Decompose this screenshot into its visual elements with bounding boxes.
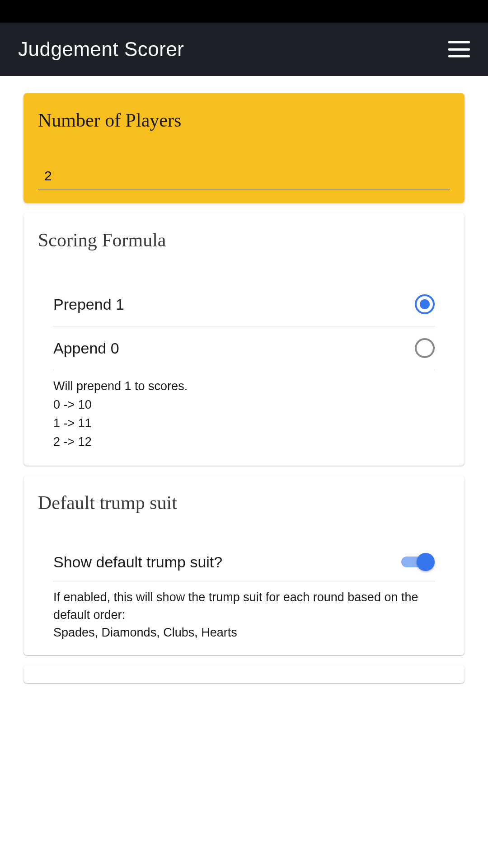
- radio-label: Append 0: [53, 340, 119, 357]
- scoring-card: Scoring Formula Prepend 1 Append 0 Will …: [23, 213, 465, 466]
- trump-toggle-section: Show default trump suit?: [38, 545, 450, 581]
- radio-label: Prepend 1: [53, 296, 124, 313]
- radio-item-prepend[interactable]: Prepend 1: [53, 283, 435, 326]
- desc-intro: Will prepend 1 to scores.: [53, 377, 435, 395]
- trump-desc-line1: If enabled, this will show the trump sui…: [53, 589, 435, 624]
- radio-item-append[interactable]: Append 0: [53, 326, 435, 370]
- radio-button-icon: [415, 338, 435, 358]
- next-card-peek: [23, 665, 465, 683]
- desc-line: 2 -> 12: [53, 433, 435, 451]
- radio-button-icon: [415, 294, 435, 314]
- content-area: Number of Players Scoring Formula Prepen…: [0, 76, 488, 683]
- desc-line: 0 -> 10: [53, 396, 435, 414]
- status-bar: [0, 0, 488, 23]
- scoring-card-title: Scoring Formula: [38, 229, 450, 251]
- app-header: Judgement Scorer: [0, 23, 488, 76]
- trump-toggle-label: Show default trump suit?: [53, 553, 222, 571]
- players-card: Number of Players: [23, 93, 465, 203]
- trump-toggle-switch[interactable]: [401, 556, 435, 568]
- trump-desc-line2: Spades, Diamonds, Clubs, Hearts: [53, 624, 435, 642]
- desc-line: 1 -> 11: [53, 415, 435, 432]
- app-title: Judgement Scorer: [18, 38, 184, 61]
- trump-description: If enabled, this will show the trump sui…: [38, 581, 450, 642]
- scoring-radio-group: Prepend 1 Append 0: [38, 283, 450, 370]
- trump-card-title: Default trump suit: [38, 492, 450, 514]
- hamburger-menu-icon[interactable]: [448, 41, 470, 57]
- players-card-title: Number of Players: [38, 109, 450, 131]
- players-count-input[interactable]: [38, 163, 450, 189]
- scoring-description: Will prepend 1 to scores. 0 -> 10 1 -> 1…: [38, 370, 450, 451]
- trump-toggle-row: Show default trump suit?: [53, 545, 435, 581]
- trump-card: Default trump suit Show default trump su…: [23, 476, 465, 655]
- toggle-thumb-icon: [417, 553, 435, 571]
